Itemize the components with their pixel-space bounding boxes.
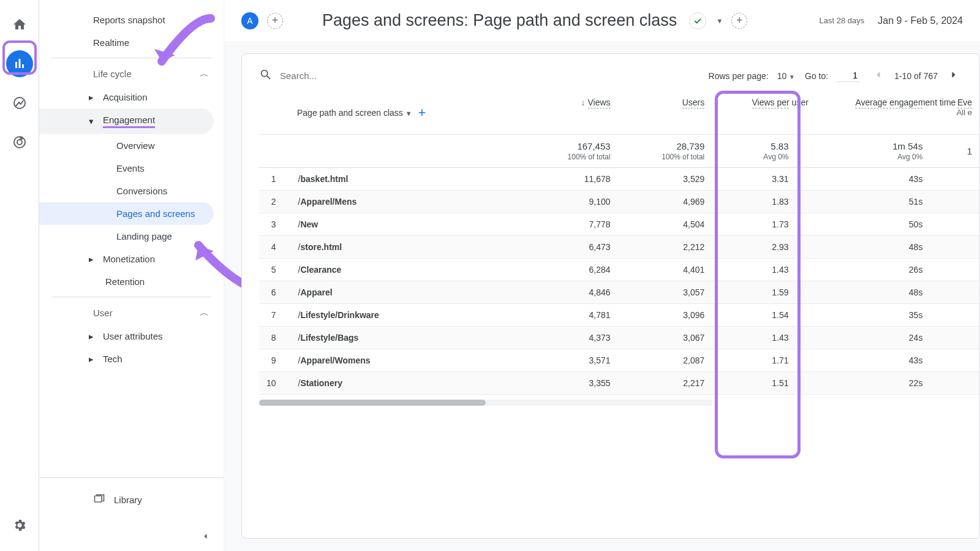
status-check-icon[interactable] xyxy=(689,12,706,29)
item-label: Engagement xyxy=(103,115,155,128)
row-views: 4,373 xyxy=(524,326,618,349)
status-dropdown-icon[interactable]: ▼ xyxy=(716,17,723,25)
sort-down-icon: ↓ xyxy=(581,97,586,107)
row-vpu: 1.43 xyxy=(712,258,796,281)
sidebar-retention[interactable]: Retention xyxy=(39,270,224,293)
goto-input[interactable] xyxy=(835,69,860,82)
row-path: /Apparel xyxy=(291,281,524,303)
sidebar-overview[interactable]: Overview xyxy=(39,134,224,157)
row-index: 5 xyxy=(259,258,291,281)
row-vpu: 1.51 xyxy=(712,371,796,394)
page-prev-button[interactable] xyxy=(870,66,887,85)
row-index: 4 xyxy=(259,235,291,258)
page-next-button[interactable] xyxy=(945,66,962,85)
summary-events: 1 xyxy=(967,146,972,156)
section-label: Life cycle xyxy=(93,69,132,79)
row-aet: 24s xyxy=(796,326,930,349)
row-index: 9 xyxy=(259,349,291,371)
sidebar-section-user[interactable]: User ︿ xyxy=(39,301,224,325)
sidebar-library[interactable]: Library xyxy=(39,477,224,514)
table-row[interactable]: 5/Clearance6,2844,4011.4326s xyxy=(259,258,979,281)
add-comparison-button[interactable]: + xyxy=(267,13,283,29)
sidebar-collapse-icon[interactable] xyxy=(199,530,211,545)
caret-right-icon: ▸ xyxy=(88,333,94,340)
rail-admin-icon[interactable] xyxy=(6,512,33,539)
row-users: 3,529 xyxy=(618,167,712,190)
page-title: Pages and screens: Page path and screen … xyxy=(322,11,677,30)
table-row[interactable]: 10/Stationery3,3552,2171.5122s xyxy=(259,371,979,394)
table-row[interactable]: 1/basket.html11,6783,5293.3143s xyxy=(259,167,979,190)
row-vpu: 1.71 xyxy=(712,349,796,371)
table-row[interactable]: 9/Apparel/Womens3,5712,0871.7143s xyxy=(259,349,979,371)
sidebar-monetization[interactable]: ▸ Monetization xyxy=(39,248,214,270)
row-path: /Lifestyle/Bags xyxy=(291,326,524,349)
row-views: 4,781 xyxy=(524,303,618,326)
divider xyxy=(51,58,211,58)
sidebar-landing-page[interactable]: Landing page xyxy=(39,225,224,248)
table-row[interactable]: 8/Lifestyle/Bags4,3733,0671.4324s xyxy=(259,326,979,349)
row-vpu: 1.59 xyxy=(712,281,796,303)
summary-aet: 1m 54s xyxy=(892,141,922,151)
sidebar-realtime[interactable]: Realtime xyxy=(39,31,224,54)
table-row[interactable]: 7/Lifestyle/Drinkware4,7813,0961.5435s xyxy=(259,303,979,326)
rows-per-page-select[interactable]: 10 ▼ xyxy=(777,71,795,81)
sidebar-tech[interactable]: ▸ Tech xyxy=(39,348,214,370)
row-users: 2,212 xyxy=(618,235,712,258)
row-users: 2,087 xyxy=(618,349,712,371)
row-aet: 48s xyxy=(796,281,930,303)
svg-point-2 xyxy=(17,140,22,145)
sidebar-pages-and-screens[interactable]: Pages and screens xyxy=(39,202,214,225)
horizontal-scrollbar[interactable] xyxy=(259,400,713,406)
sidebar-acquisition[interactable]: ▸ Acquisition xyxy=(39,86,214,108)
avatar[interactable]: A xyxy=(241,12,258,29)
row-users: 4,969 xyxy=(618,190,712,213)
caret-right-icon: ▸ xyxy=(88,256,94,262)
sidebar-user-attributes[interactable]: ▸ User attributes xyxy=(39,325,214,348)
add-card-button[interactable]: + xyxy=(731,13,747,29)
row-views: 11,678 xyxy=(524,167,618,190)
dimension-dropdown[interactable]: Page path and screen class ▼ xyxy=(297,108,412,118)
search-icon xyxy=(259,68,273,84)
column-avg-engagement[interactable]: Average engagement time xyxy=(796,91,930,134)
row-users: 4,504 xyxy=(618,213,712,235)
row-index: 3 xyxy=(259,213,291,235)
add-dimension-button[interactable]: + xyxy=(418,105,426,121)
item-label: Tech xyxy=(103,354,123,364)
section-label: User xyxy=(93,308,113,318)
row-path: /basket.html xyxy=(291,167,524,190)
row-views: 4,846 xyxy=(524,281,618,303)
library-icon xyxy=(93,493,105,507)
rail-home-icon[interactable] xyxy=(6,11,33,38)
table-row[interactable]: 3/New7,7784,5041.7350s xyxy=(259,213,979,235)
table-toolbar: Rows per page: 10 ▼ Go to: 1-10 of 767 xyxy=(259,66,979,85)
table-row[interactable]: 2/Apparel/Mens9,1004,9691.8351s xyxy=(259,190,979,213)
sidebar-section-life-cycle[interactable]: Life cycle ︿ xyxy=(39,62,224,86)
sidebar-events[interactable]: Events xyxy=(39,157,224,180)
date-range-picker[interactable]: Jan 9 - Feb 5, 2024 xyxy=(878,15,963,26)
search-input[interactable] xyxy=(280,70,699,81)
row-index: 1 xyxy=(259,167,291,190)
caret-right-icon: ▸ xyxy=(88,356,94,362)
chevron-up-icon: ︿ xyxy=(200,68,209,80)
sidebar-engagement[interactable]: ▾ Engagement xyxy=(39,108,214,134)
table-row[interactable]: 6/Apparel4,8463,0571.5948s xyxy=(259,281,979,303)
table-row[interactable]: 4/store.html6,4732,2122.9348s xyxy=(259,235,979,258)
sidebar-conversions[interactable]: Conversions xyxy=(39,180,224,202)
column-users[interactable]: Users xyxy=(618,91,712,134)
rail-advertising-icon[interactable] xyxy=(6,129,33,156)
column-views-per-user[interactable]: Views per user xyxy=(712,91,796,134)
data-table-card: Rows per page: 10 ▼ Go to: 1-10 of 767 xyxy=(241,53,980,539)
row-vpu: 1.43 xyxy=(712,326,796,349)
column-views[interactable]: ↓Views xyxy=(524,91,618,134)
main-content: A + Pages and screens: Page path and scr… xyxy=(224,0,980,551)
row-views: 3,571 xyxy=(524,349,618,371)
caret-right-icon: ▸ xyxy=(88,94,94,101)
rail-reports-icon[interactable] xyxy=(6,50,33,77)
date-range-label: Last 28 days xyxy=(820,16,865,25)
rail-explore-icon[interactable] xyxy=(6,89,33,116)
row-users: 3,057 xyxy=(618,281,712,303)
page-info: 1-10 of 767 xyxy=(894,71,938,81)
sidebar-reports-snapshot[interactable]: Reports snapshot xyxy=(39,9,224,31)
row-users: 3,096 xyxy=(618,303,712,326)
row-aet: 22s xyxy=(796,371,930,394)
